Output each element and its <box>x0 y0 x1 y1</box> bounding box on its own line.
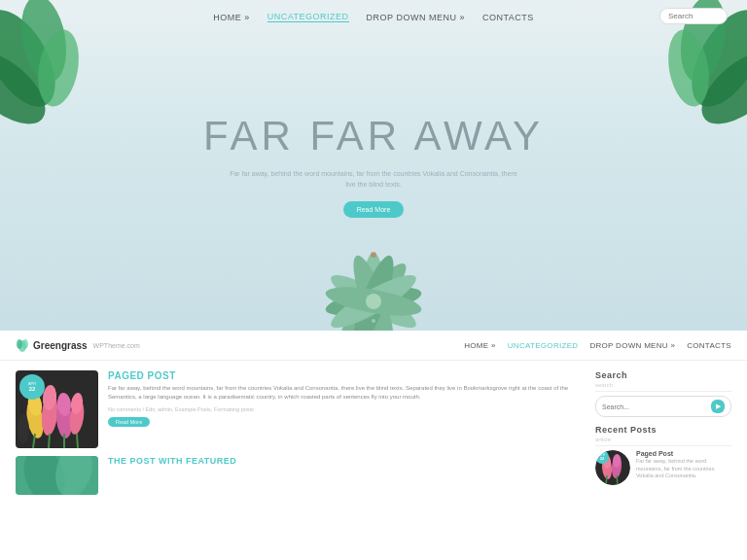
succulent-plant <box>276 214 471 331</box>
logo-area: Greengrass WPTheme.com <box>16 338 140 352</box>
sidebar-search-input[interactable] <box>602 403 707 410</box>
posts-column: APR 22 PAGED POST Far far away, behind t… <box>16 370 584 550</box>
svg-line-44 <box>617 475 618 485</box>
sidebar: Search search ▶ Recent Posts article <box>595 370 731 550</box>
svg-point-19 <box>17 339 22 349</box>
recent-post-1-date: APR 22 <box>595 450 609 464</box>
hero-subtitle: Far far away, behind the word mountains,… <box>228 169 519 190</box>
lower-nav-contacts[interactable]: CONTACTS <box>687 341 731 350</box>
hero-nav-dropdown[interactable]: DROP DOWN MENU » <box>367 13 465 22</box>
svg-point-34 <box>18 414 29 443</box>
sidebar-search-widget: Search search ▶ <box>595 370 731 417</box>
post-2-thumbnail <box>16 456 98 495</box>
svg-line-43 <box>606 475 607 485</box>
sidebar-recent-posts-widget: Recent Posts article <box>595 425 731 485</box>
lower-nav-home[interactable]: HOME » <box>464 341 495 350</box>
post-1-date-badge: APR 22 <box>19 374 45 400</box>
hero-nav-contacts[interactable]: CONTACTS <box>482 13 534 22</box>
post-2-content: THE POST WITH FEATURED <box>108 456 584 495</box>
post-card-1: APR 22 PAGED POST Far far away, behind t… <box>16 370 584 448</box>
hero-nav-home[interactable]: HOME » <box>213 13 250 22</box>
recent-post-1-thumb: APR 22 <box>595 450 630 485</box>
logo-text: Greengrass <box>33 340 88 351</box>
sidebar-search-divider <box>595 391 731 392</box>
hero-nav: HOME » UNCATEGORIZED DROP DOWN MENU » CO… <box>0 0 747 34</box>
svg-point-20 <box>22 339 28 349</box>
lower-nav-uncategorized[interactable]: UNCATEGORIZED <box>508 341 579 350</box>
recent-post-1-excerpt: Far far away, behind the word mountains,… <box>636 458 731 480</box>
hero-read-more-button[interactable]: Read More <box>343 201 405 218</box>
post-1-content: PAGED POST Far far away, behind the word… <box>108 370 584 448</box>
sidebar-recent-title: Recent Posts <box>595 425 731 435</box>
svg-line-33 <box>77 434 78 448</box>
svg-point-16 <box>366 294 381 309</box>
post-2-title[interactable]: THE POST WITH FEATURED <box>108 456 584 466</box>
post-1-read-more-button[interactable]: Read More <box>108 417 150 427</box>
recent-post-item-1: APR 22 Paged Post Far far away, behind t… <box>595 450 731 485</box>
svg-line-31 <box>49 434 50 448</box>
sidebar-search-box[interactable]: ▶ <box>595 396 731 417</box>
sidebar-search-title: Search <box>595 370 731 380</box>
post-1-thumbnail: APR 22 <box>16 370 98 448</box>
sidebar-recent-divider <box>595 445 731 446</box>
sidebar-search-sub: search <box>595 382 731 388</box>
recent-post-1-info: Paged Post Far far away, behind the word… <box>636 450 731 480</box>
lower-nav-dropdown[interactable]: DROP DOWN MENU » <box>589 341 675 350</box>
lower-nav-items: HOME » UNCATEGORIZED DROP DOWN MENU » CO… <box>464 341 731 350</box>
post-card-2: THE POST WITH FEATURED <box>16 456 584 495</box>
lower-nav: Greengrass WPTheme.com HOME » UNCATEGORI… <box>0 331 747 361</box>
sidebar-search-button[interactable]: ▶ <box>711 400 725 413</box>
logo-icon <box>16 338 29 352</box>
hero-title: FAR FAR AWAY <box>203 113 544 159</box>
hero-nav-items: HOME » UNCATEGORIZED DROP DOWN MENU » CO… <box>19 12 728 22</box>
post-1-excerpt: Far far away, behind the word mountains,… <box>108 384 584 402</box>
hero-nav-uncategorized[interactable]: UNCATEGORIZED <box>267 12 349 22</box>
sidebar-recent-sub: article <box>595 437 731 442</box>
post-1-meta: No comments / Edit, admin, Example Posts… <box>108 406 584 412</box>
hero-search-input[interactable] <box>659 8 728 24</box>
lower-section: Greengrass WPTheme.com HOME » UNCATEGORI… <box>0 331 747 560</box>
post-1-title[interactable]: PAGED POST <box>108 370 584 381</box>
recent-post-1-title[interactable]: Paged Post <box>636 450 731 457</box>
svg-point-17 <box>371 252 376 258</box>
logo-sub: WPTheme.com <box>93 342 140 349</box>
hero-scroll-dot <box>372 319 375 323</box>
main-content: APR 22 PAGED POST Far far away, behind t… <box>0 361 747 560</box>
hero-section: HOME » UNCATEGORIZED DROP DOWN MENU » CO… <box>0 0 747 331</box>
